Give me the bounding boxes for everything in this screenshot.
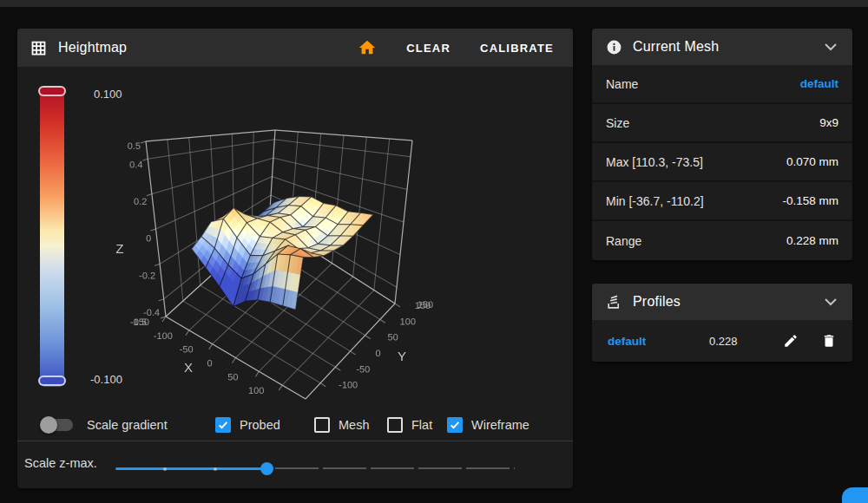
row-value: -0.158 mm [782, 194, 838, 207]
table-row: Size 9x9 [592, 104, 852, 143]
colorbar-min-handle[interactable] [38, 376, 66, 386]
checkbox-probed[interactable]: Probed [215, 412, 280, 438]
colorbar-max-label: 0.100 [94, 88, 122, 101]
checkbox-box [447, 417, 463, 433]
checkbox-box [215, 417, 231, 433]
scale-gradient-toggle[interactable] [43, 419, 73, 431]
home-button[interactable] [354, 36, 380, 59]
row-label: Range [606, 234, 641, 248]
color-scale-bar [40, 87, 64, 387]
grid-icon [30, 39, 48, 57]
checkbox-wireframe[interactable]: Wireframe [447, 412, 529, 438]
row-label: Max [110.3, -73.5] [606, 155, 703, 169]
checkbox-box [314, 417, 330, 433]
checkbox-flat[interactable]: Flat [387, 412, 432, 438]
current-mesh-card: Current Mesh Name default Size 9x9 Max [… [592, 29, 852, 260]
top-window-strip [0, 0, 868, 7]
trash-icon [821, 333, 837, 349]
table-row: Name default [592, 65, 852, 104]
layers-stack-icon [606, 294, 622, 310]
profile-row: default 0.228 [592, 320, 852, 362]
home-icon [358, 38, 377, 57]
pencil-icon [783, 333, 799, 349]
scale-zmax-slider[interactable] [115, 467, 515, 470]
colorbar-max-handle[interactable] [38, 86, 66, 96]
checkbox-label: Mesh [339, 418, 369, 432]
card-title: Current Mesh [633, 39, 719, 55]
slider-track-fill[interactable] [115, 467, 266, 470]
slider-tick [214, 467, 217, 471]
heightmap-card-header: Heightmap CLEAR CALIBRATE [17, 29, 573, 67]
edit-profile-button[interactable] [779, 330, 802, 352]
scale-zmax-label: Scale z-max. [24, 456, 97, 470]
table-row: Max [110.3, -73.5] 0.070 mm [592, 143, 852, 182]
checkbox-box [387, 417, 403, 433]
checkbox-label: Wireframe [471, 418, 529, 432]
profile-name-link[interactable]: default [608, 335, 646, 348]
checkbox-mesh[interactable]: Mesh [314, 412, 369, 438]
profile-range-value: 0.228 [709, 335, 738, 348]
profiles-card: Profiles default 0.228 [592, 284, 852, 362]
slider-thumb[interactable] [260, 462, 273, 475]
slider-track-rest[interactable] [275, 467, 515, 469]
row-value: 9x9 [819, 116, 838, 129]
row-label: Size [606, 116, 629, 130]
clear-button[interactable]: CLEAR [403, 36, 454, 60]
divider [17, 441, 573, 441]
scale-gradient-label: Scale gradient [87, 418, 168, 432]
info-icon [606, 39, 622, 56]
heightmap-card-body: 0.100 -0.100 Scale gradient Probed Mesh … [17, 67, 573, 488]
row-label: Min [-36.7, -110.2] [606, 194, 704, 208]
current-mesh-header: Current Mesh [592, 29, 852, 65]
row-value: 0.228 mm [786, 234, 838, 247]
heightmap-3d-plot[interactable] [91, 111, 569, 410]
card-title: Heightmap [58, 40, 127, 56]
card-title: Profiles [633, 294, 681, 310]
slider-tick [163, 467, 167, 471]
scale-gradient-control: Scale gradient [38, 412, 168, 438]
row-value: 0.070 mm [786, 155, 838, 168]
chevron-down-icon[interactable] [821, 295, 840, 310]
calibrate-button[interactable]: CALIBRATE [477, 36, 557, 60]
checkbox-label: Flat [411, 418, 432, 432]
corner-action-button[interactable] [842, 487, 868, 503]
profiles-header: Profiles [592, 284, 852, 320]
table-row: Range 0.228 mm [592, 221, 852, 260]
checkbox-label: Probed [240, 418, 280, 432]
chevron-down-icon[interactable] [821, 40, 840, 55]
heightmap-card: Heightmap CLEAR CALIBRATE 0.100 -0.100 S… [17, 29, 573, 488]
delete-profile-button[interactable] [818, 330, 840, 352]
row-label: Name [606, 77, 638, 91]
table-row: Min [-36.7, -110.2] -0.158 mm [592, 182, 852, 221]
toggle-knob [40, 416, 57, 434]
row-value: default [800, 77, 838, 90]
